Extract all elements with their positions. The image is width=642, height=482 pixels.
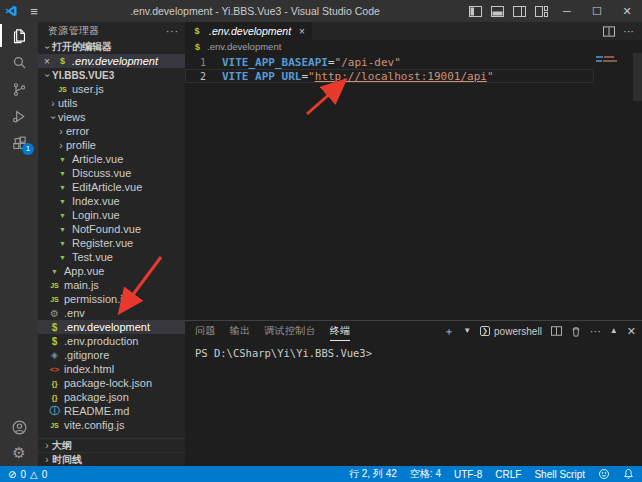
toggle-secondary-sidebar-icon[interactable] <box>508 0 530 22</box>
chevron-right-icon: › <box>42 440 52 451</box>
tree-item-env-production[interactable]: $.env.production <box>38 334 185 348</box>
tree-item-article-vue[interactable]: ▼Article.vue <box>38 152 185 166</box>
minimize-button[interactable]: ─ <box>552 0 582 22</box>
tree-item-label: Article.vue <box>72 153 123 165</box>
timeline-section[interactable]: › 时间线 <box>38 452 185 466</box>
open-editors-section[interactable]: › 打开的编辑器 <box>38 40 185 54</box>
status-encoding[interactable]: UTF-8 <box>454 469 482 480</box>
status-problems[interactable]: ⊘ 0 △ 0 <box>8 469 47 480</box>
tree-item-env-development[interactable]: $.env.development <box>38 320 185 334</box>
env-file-icon: $ <box>195 42 200 52</box>
tree-item-main-js[interactable]: JSmain.js <box>38 278 185 292</box>
tab-close-icon[interactable]: × <box>299 26 305 37</box>
js-file-icon: JS <box>56 86 69 93</box>
tree-item-user-js[interactable]: JSuser.js <box>38 82 185 96</box>
split-editor-icon[interactable] <box>603 26 615 37</box>
code-token: = <box>328 56 335 69</box>
panel-more-actions-icon[interactable]: ··· <box>590 326 601 337</box>
terminal-dropdown-icon[interactable]: ▼ <box>463 327 471 335</box>
terminal-output[interactable]: PS D:\CSharp\Yi\Yi.BBS.Vue3> <box>185 341 642 466</box>
tree-item-index-html[interactable]: <>index.html <box>38 362 185 376</box>
explorer-icon[interactable] <box>0 22 38 49</box>
new-terminal-icon[interactable]: ＋ <box>443 326 454 337</box>
minimap[interactable] <box>596 56 630 64</box>
tree-item-label: .env <box>64 307 85 319</box>
tree-item-index-vue[interactable]: ▼Index.vue <box>38 194 185 208</box>
tree-item-discuss-vue[interactable]: ▼Discuss.vue <box>38 166 185 180</box>
split-terminal-icon[interactable] <box>551 326 562 336</box>
code-text: VITE_APP_BASEAPI="/api-dev" <box>215 56 401 69</box>
status-cursor-position[interactable]: 行 2, 列 42 <box>349 467 397 481</box>
tree-item-label: Discuss.vue <box>72 167 131 179</box>
tree-item-readme-md[interactable]: ⓘREADME.md <box>38 404 185 418</box>
toggle-sidebar-icon[interactable] <box>464 0 486 22</box>
outline-section[interactable]: › 大纲 <box>38 438 185 452</box>
json-file-icon: {} <box>48 393 61 402</box>
code-lines: 1VITE_APP_BASEAPI="/api-dev"2VITE_APP_UR… <box>185 55 594 83</box>
extensions-badge: 1 <box>22 143 34 155</box>
tree-item-permission-js[interactable]: JSpermission.js <box>38 292 185 306</box>
panel-tab-[interactable]: 输出 <box>230 321 251 341</box>
code-token: " <box>308 70 315 83</box>
url-link[interactable]: http://localhost:19001/api <box>315 70 487 83</box>
tree-item-profile[interactable]: ›profile <box>38 138 185 152</box>
maximize-panel-icon[interactable]: ▲ <box>610 327 618 335</box>
tree-item-label: main.js <box>64 279 99 291</box>
run-debug-icon[interactable] <box>0 103 38 130</box>
line-number: 1 <box>185 57 215 68</box>
open-editor-item[interactable]: × $ .env.development <box>38 54 185 68</box>
editor-more-actions-icon[interactable]: ··· <box>623 25 634 37</box>
code-line-1[interactable]: 1VITE_APP_BASEAPI="/api-dev" <box>185 55 594 69</box>
tree-item-package-lock-json[interactable]: {}package-lock.json <box>38 376 185 390</box>
project-root-section[interactable]: › YI.BBS.VUE3 <box>38 68 185 82</box>
toggle-panel-icon[interactable] <box>486 0 508 22</box>
tree-item-vite-config-js[interactable]: JSvite.config.js <box>38 418 185 432</box>
activity-bar: 1 ⚙ <box>0 22 38 466</box>
panel-tab-[interactable]: 终端 <box>330 321 351 341</box>
tree-item-gitignore[interactable]: ◈.gitignore <box>38 348 185 362</box>
tree-item-env[interactable]: ⚙.env <box>38 306 185 320</box>
search-icon[interactable] <box>0 49 38 76</box>
tree-item-utils[interactable]: ›utils <box>38 96 185 110</box>
maximize-button[interactable]: ☐ <box>582 0 612 22</box>
tab-env-development[interactable]: $ .env.development × <box>185 22 312 40</box>
tree-item-views[interactable]: ›views <box>38 110 185 124</box>
panel-tab-[interactable]: 调试控制台 <box>264 321 316 341</box>
account-icon[interactable] <box>0 414 38 440</box>
kill-terminal-icon[interactable] <box>571 326 581 337</box>
tree-item-login-vue[interactable]: ▼Login.vue <box>38 208 185 222</box>
sidebar-more-actions-icon[interactable]: ··· <box>166 26 179 37</box>
close-icon[interactable]: × <box>44 56 56 67</box>
customize-layout-icon[interactable] <box>530 0 552 22</box>
feedback-icon[interactable] <box>598 468 610 480</box>
tree-item-editarticle-vue[interactable]: ▼EditArticle.vue <box>38 180 185 194</box>
editor-scrollbar[interactable] <box>633 53 642 320</box>
close-button[interactable]: ✕ <box>612 0 642 22</box>
extensions-icon[interactable]: 1 <box>0 130 38 157</box>
menu-hamburger-icon[interactable]: ≡ <box>22 4 46 19</box>
code-editor[interactable]: 1VITE_APP_BASEAPI="/api-dev"2VITE_APP_UR… <box>185 53 642 320</box>
source-control-icon[interactable] <box>0 76 38 103</box>
error-icon: ⊘ <box>8 469 16 480</box>
code-line-2[interactable]: 2VITE_APP_URL="http://localhost:19001/ap… <box>185 69 594 83</box>
tree-item-label: package-lock.json <box>64 377 152 389</box>
status-indentation[interactable]: 空格: 4 <box>410 467 441 481</box>
tree-item-app-vue[interactable]: ▼App.vue <box>38 264 185 278</box>
close-panel-icon[interactable]: ✕ <box>627 326 636 337</box>
explorer-sidebar: 资源管理器 ··· › 打开的编辑器 × $ .env.development … <box>38 22 185 466</box>
terminal-shell-chip[interactable]: ❯ powershell <box>480 326 542 337</box>
status-language-mode[interactable]: Shell Script <box>534 469 585 480</box>
breadcrumb[interactable]: $ .env.development <box>185 40 642 53</box>
tree-item-label: package.json <box>64 391 129 403</box>
notifications-bell-icon[interactable] <box>623 468 634 480</box>
tree-item-package-json[interactable]: {}package.json <box>38 390 185 404</box>
status-eol[interactable]: CRLF <box>495 469 521 480</box>
vue-file-icon: ▼ <box>56 226 69 233</box>
tree-item-register-vue[interactable]: ▼Register.vue <box>38 236 185 250</box>
tree-item-notfound-vue[interactable]: ▼NotFound.vue <box>38 222 185 236</box>
tree-item-label: .gitignore <box>64 349 109 361</box>
panel-tab-[interactable]: 问题 <box>195 321 216 341</box>
settings-gear-icon[interactable]: ⚙ <box>0 440 38 466</box>
tree-item-test-vue[interactable]: ▼Test.vue <box>38 250 185 264</box>
tree-item-error[interactable]: ›error <box>38 124 185 138</box>
